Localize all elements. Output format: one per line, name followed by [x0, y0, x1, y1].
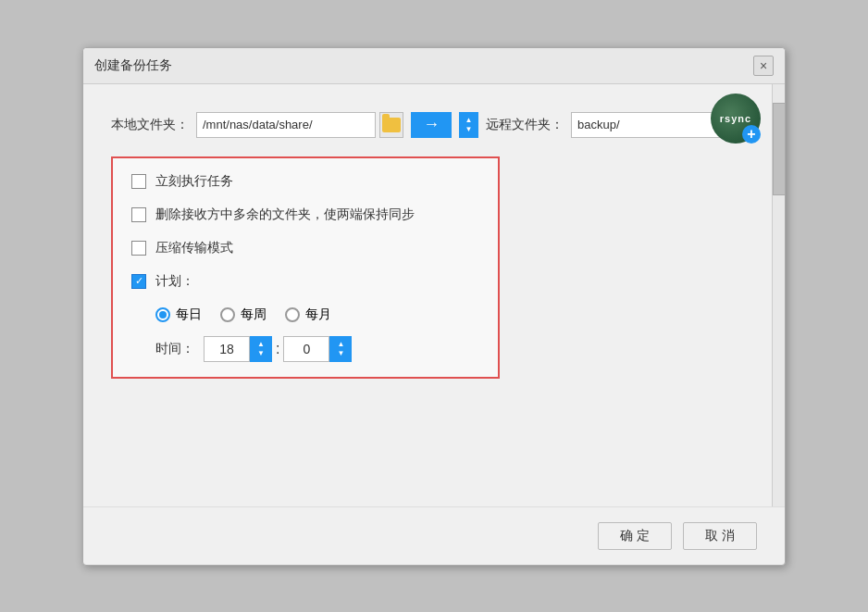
- remote-folder-label: 远程文件夹：: [486, 117, 564, 133]
- daily-radio-item[interactable]: 每日: [155, 306, 202, 323]
- schedule-row: 计划：: [131, 273, 479, 290]
- immediate-execute-row: 立刻执行任务: [131, 173, 479, 190]
- immediate-execute-checkbox[interactable]: [131, 174, 146, 189]
- confirm-button[interactable]: 确 定: [598, 522, 672, 550]
- minute-spinner[interactable]: ▲ ▼: [329, 336, 352, 362]
- dialog-title: 创建备份任务: [94, 57, 172, 74]
- title-bar: 创建备份任务 ×: [83, 48, 785, 84]
- hour-spinner-up-icon[interactable]: ▲: [257, 340, 265, 349]
- spinner-up-icon[interactable]: ▲: [465, 116, 473, 125]
- schedule-label: 计划：: [155, 273, 194, 290]
- spinner-down-icon[interactable]: ▼: [465, 125, 473, 134]
- rsync-text: rsync: [720, 113, 751, 124]
- sync-delete-label: 删除接收方中多余的文件夹，使两端保持同步: [155, 206, 415, 223]
- cancel-button[interactable]: 取 消: [683, 522, 757, 550]
- direction-arrow-button[interactable]: →: [411, 112, 452, 138]
- minute-spinner-down-icon[interactable]: ▼: [337, 349, 344, 358]
- weekly-radio-outer[interactable]: [220, 307, 235, 322]
- close-button[interactable]: ×: [753, 56, 774, 76]
- schedule-frequency-group: 每日 每周 每月: [155, 306, 479, 323]
- compress-row: 压缩传输模式: [131, 240, 479, 256]
- compress-checkbox[interactable]: [131, 241, 146, 256]
- dialog-body: rsync + 本地文件夹： → ▲ ▼ 远程文件夹： ▲ ▼: [83, 84, 785, 506]
- time-colon: :: [276, 341, 279, 357]
- minute-input[interactable]: [283, 336, 329, 362]
- compress-label: 压缩传输模式: [155, 240, 233, 256]
- local-folder-input[interactable]: [196, 112, 376, 138]
- sync-delete-checkbox[interactable]: [131, 207, 146, 222]
- monthly-radio-outer[interactable]: [285, 307, 300, 322]
- hour-spinner-down-icon[interactable]: ▼: [257, 349, 265, 358]
- direction-spinner[interactable]: ▲ ▼: [459, 112, 478, 138]
- monthly-radio-item[interactable]: 每月: [285, 306, 331, 323]
- time-row: 时间： ▲ ▼ : ▲ ▼: [155, 336, 479, 362]
- daily-radio-outer[interactable]: [155, 307, 170, 322]
- daily-label: 每日: [176, 306, 202, 323]
- folder-row: 本地文件夹： → ▲ ▼ 远程文件夹： ▲ ▼: [111, 112, 757, 138]
- time-label: 时间：: [155, 341, 194, 357]
- sync-delete-row: 删除接收方中多余的文件夹，使两端保持同步: [131, 206, 479, 223]
- rsync-logo: rsync +: [711, 94, 766, 149]
- rsync-circle: rsync +: [711, 94, 761, 144]
- create-backup-dialog: 创建备份任务 × rsync + 本地文件夹： → ▲ ▼ 远程文件夹：: [82, 47, 786, 566]
- hour-input[interactable]: [204, 336, 250, 362]
- schedule-checkbox[interactable]: [131, 274, 146, 289]
- daily-radio-inner: [159, 311, 167, 318]
- monthly-label: 每月: [305, 306, 331, 323]
- browse-folder-button[interactable]: [379, 112, 403, 138]
- weekly-label: 每周: [241, 306, 267, 323]
- rsync-plus-icon: +: [742, 125, 761, 144]
- folder-icon: [382, 118, 401, 132]
- scrollbar-track: [772, 84, 785, 506]
- immediate-execute-label: 立刻执行任务: [155, 173, 233, 190]
- options-box: 立刻执行任务 删除接收方中多余的文件夹，使两端保持同步 压缩传输模式 计划：: [111, 156, 500, 379]
- local-folder-label: 本地文件夹：: [111, 117, 189, 133]
- scrollbar-thumb[interactable]: [773, 103, 786, 195]
- dialog-footer: 确 定 取 消: [83, 506, 785, 565]
- weekly-radio-item[interactable]: 每周: [220, 306, 267, 323]
- hour-spinner[interactable]: ▲ ▼: [250, 336, 272, 362]
- minute-spinner-up-icon[interactable]: ▲: [337, 340, 344, 349]
